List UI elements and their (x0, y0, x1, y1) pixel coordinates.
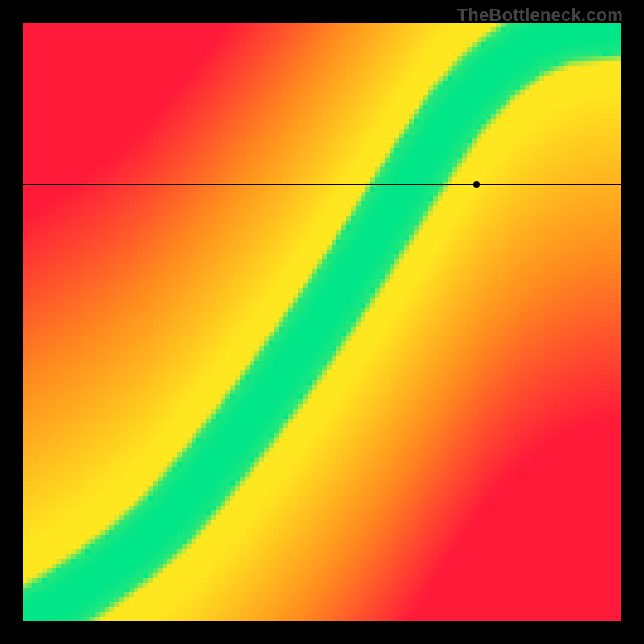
chart-container: TheBottleneck.com (0, 0, 644, 644)
crosshair-vertical (477, 23, 477, 621)
watermark-text: TheBottleneck.com (457, 5, 623, 26)
heatmap-canvas (23, 23, 621, 621)
plot-area (23, 23, 621, 621)
data-point-marker (473, 181, 480, 188)
crosshair-horizontal (23, 184, 621, 185)
